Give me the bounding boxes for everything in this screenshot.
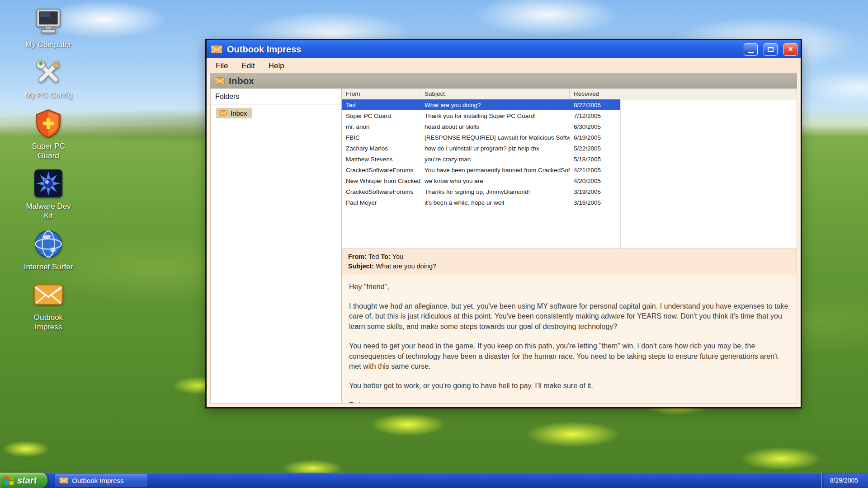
window-titlebar[interactable]: Outbook Impress × — [207, 40, 801, 58]
view-title: Inbox — [229, 75, 254, 86]
mail-row-subject: [RESPONSE REQUIRED] Lawsuit for Maliciou… — [420, 134, 570, 141]
main-split: Folders Inbox From Subject Received — [210, 89, 797, 404]
mail-row-received: 4/21/2005 — [570, 167, 620, 174]
desktop-icon-label: Malware Dev Kit — [21, 202, 75, 221]
menu-file[interactable]: File — [216, 61, 228, 70]
window-content: Inbox Folders Inbox From Subject Receive… — [207, 73, 801, 407]
message-body: Hey "friend", I thought we had an allegi… — [342, 275, 797, 403]
desktop-icon-label: My PC Config — [25, 90, 72, 100]
shield-icon — [33, 108, 64, 139]
desktop-icon-label: My Computer — [25, 40, 71, 49]
taskbar-clock[interactable]: 8/29/2005 — [821, 473, 868, 488]
desktop-icon-my-computer[interactable]: My Computer — [14, 6, 82, 49]
mail-row-from: Ted — [342, 102, 420, 108]
mail-row[interactable]: Zachary Marlos how do I uninstall ur pro… — [342, 143, 620, 154]
taskbar-task-outbook-impress[interactable]: Outbook Impress — [55, 474, 147, 487]
mail-row-subject: What are you doing? — [420, 102, 570, 108]
mail-row-received: 7/12/2005 — [570, 113, 620, 119]
message-from-label: From: — [348, 253, 367, 260]
column-header-received[interactable]: Received — [570, 89, 620, 99]
column-header-spacer — [620, 89, 797, 99]
mail-row[interactable]: New Whisper from CrackedS... we know who… — [342, 175, 620, 186]
mail-row[interactable]: Super PC Guard Thank you for installing … — [342, 110, 620, 121]
mail-row-from: Paul Meyer — [342, 199, 420, 206]
desktop: { "colors": { "titlebar_blue": "#2260e4"… — [0, 0, 868, 488]
mail-row-received: 6/30/2005 — [570, 123, 620, 130]
desktop-icon-column: My Computer My PC Config — [14, 6, 82, 332]
mail-row[interactable]: Paul Meyer it's been a while. hope ur we… — [342, 197, 620, 208]
taskbar-task-label: Outbook Impress — [72, 477, 123, 484]
message-subject-value: What are you doing? — [376, 263, 436, 270]
mail-row-received: 8/27/2005 — [570, 102, 620, 108]
message-subject-label: Subject: — [348, 263, 374, 270]
taskbar: start Outbook Impress 8/29/2005 — [0, 473, 868, 488]
message-header: From: Ted To: You Subject: What are you … — [342, 249, 797, 275]
message-paragraph: You better get to work, or you're going … — [349, 381, 789, 391]
mail-list-rows: Ted What are you doing? 8/27/2005 Super … — [342, 99, 621, 249]
message-paragraph: You need to get your head in the game. I… — [349, 341, 789, 372]
message-from-to-line: From: Ted To: You — [348, 252, 790, 262]
menu-help[interactable]: Help — [269, 61, 284, 70]
mail-row-from: FBIC — [342, 134, 420, 141]
close-button[interactable]: × — [783, 43, 797, 56]
maximize-button[interactable] — [764, 43, 778, 56]
mail-row-received: 5/18/2005 — [570, 156, 620, 163]
mail-row-from: Zachary Marlos — [342, 145, 420, 152]
desktop-icon-outbook-impress[interactable]: Outbook Impress — [14, 279, 82, 332]
mail-row-subject: it's been a while. hope ur well — [420, 199, 570, 206]
message-paragraph: Hey "friend", — [349, 282, 789, 292]
mail-row-subject: Thanks for signing up, JimmyDiamond! — [420, 188, 570, 195]
desktop-icon-super-pc-guard[interactable]: Super PC Guard — [14, 108, 82, 161]
folder-item-inbox[interactable]: Inbox — [216, 108, 252, 118]
inbox-view-header: Inbox — [210, 73, 797, 89]
mail-row-subject: we know who you are — [420, 178, 570, 184]
start-button-label: start — [17, 475, 37, 486]
start-button[interactable]: start — [0, 473, 47, 488]
mail-list-header: From Subject Received — [342, 89, 797, 99]
desktop-icon-label: Super PC Guard — [21, 141, 75, 161]
desktop-icon-internet-surfer[interactable]: Internet Surfer — [14, 229, 82, 272]
mail-row[interactable]: Matthew Stevens you're crazy man 5/18/20… — [342, 154, 620, 164]
desktop-icon-my-pc-config[interactable]: My PC Config — [14, 57, 82, 100]
message-to-value: You — [392, 253, 403, 260]
computer-icon — [33, 6, 64, 37]
message-paragraph: Ted — [349, 400, 789, 403]
mail-row-from: Matthew Stevens — [342, 156, 420, 163]
mail-row-subject: how do I uninstall ur program? plz help … — [420, 145, 570, 152]
mail-row[interactable]: CrackedSoftwareForums Thanks for signing… — [342, 186, 620, 197]
desktop-icon-label: Internet Surfer — [24, 262, 73, 272]
mail-row[interactable]: Ted What are you doing? 8/27/2005 — [342, 99, 620, 110]
mail-row-received: 3/16/2005 — [570, 199, 620, 206]
mail-row-from: mr. anon — [342, 123, 420, 130]
minimize-icon — [748, 52, 754, 53]
folders-pane-title: Folders — [211, 89, 341, 104]
folder-item-label: Inbox — [231, 109, 247, 117]
menu-bar: File Edit Help — [207, 58, 801, 73]
mail-row-subject: heard about ur skills — [420, 123, 570, 130]
message-from-value: Ted — [368, 253, 379, 260]
mail-row-from: CrackedSoftwareForums — [342, 188, 420, 195]
mail-pane: From Subject Received Ted What are you d… — [342, 89, 797, 403]
menu-edit[interactable]: Edit — [241, 61, 255, 70]
desktop-icon-malware-dev-kit[interactable]: Malware Dev Kit — [14, 168, 82, 221]
column-header-from[interactable]: From — [342, 89, 420, 99]
mail-row-received: 4/20/2005 — [570, 178, 620, 184]
mail-row[interactable]: FBIC [RESPONSE REQUIRED] Lawsuit for Mal… — [342, 132, 620, 143]
globe-icon — [33, 229, 64, 259]
envelope-icon — [211, 44, 222, 54]
minimize-button[interactable] — [744, 43, 758, 56]
outbook-impress-window: Outbook Impress × File Edit Help Inbox F… — [205, 39, 802, 408]
message-paragraph: I thought we had an allegiance, but yet,… — [349, 301, 789, 332]
mail-row[interactable]: mr. anon heard about ur skills 6/30/2005 — [342, 121, 620, 132]
mail-row-subject: Thank you for installing Super PC Guard! — [420, 113, 570, 119]
mail-row-received: 5/22/2005 — [570, 145, 620, 152]
mail-row-from: Super PC Guard — [342, 113, 420, 119]
envelope-icon — [59, 477, 68, 484]
mail-row-received: 3/19/2005 — [570, 188, 620, 195]
message-subject-line: Subject: What are you doing? — [348, 262, 790, 271]
column-header-subject[interactable]: Subject — [420, 89, 570, 99]
mail-row[interactable]: CrackedSoftwareForums You have been perm… — [342, 164, 620, 175]
envelope-icon — [215, 77, 225, 85]
virus-burst-icon — [33, 168, 64, 199]
maximize-icon — [768, 47, 774, 52]
